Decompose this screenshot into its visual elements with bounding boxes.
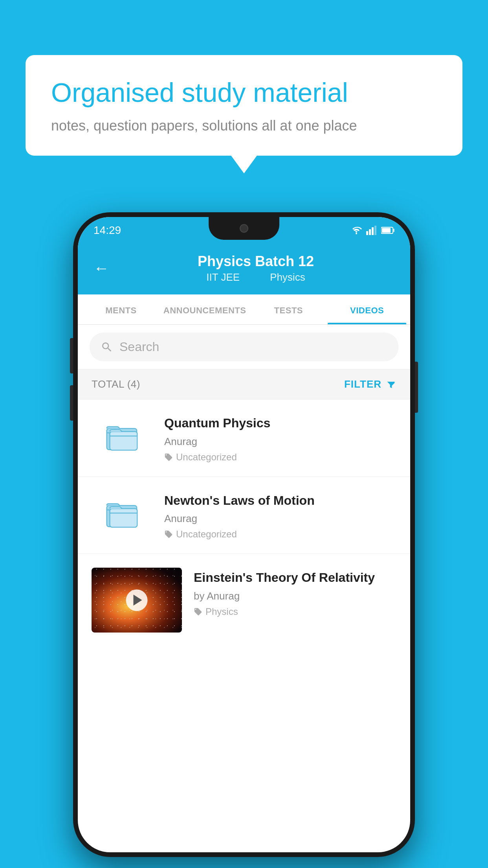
speech-bubble: Organised study material notes, question… — [26, 55, 462, 156]
hero-subtitle: notes, question papers, solutions all at… — [51, 118, 437, 134]
tab-ments-label: MENTS — [105, 305, 137, 315]
svg-rect-2 — [372, 227, 374, 235]
search-input-wrapper[interactable]: Search — [90, 333, 398, 361]
app-bar-subtitle-separator — [252, 271, 257, 283]
video-item-newtons-laws[interactable]: Newton's Laws of Motion Anurag Uncategor… — [78, 477, 410, 554]
newtons-laws-info: Newton's Laws of Motion Anurag Uncategor… — [164, 491, 396, 540]
video-item-einstein[interactable]: Einstein's Theory Of Relativity by Anura… — [78, 554, 410, 640]
speech-bubble-container: Organised study material notes, question… — [26, 55, 462, 156]
back-button[interactable]: ← — [94, 259, 109, 277]
filter-label: FILTER — [344, 378, 382, 390]
tag-icon-2 — [164, 530, 173, 539]
search-container: Search — [78, 325, 410, 370]
hero-title: Organised study material — [51, 77, 437, 109]
status-bar: 14:29 — [78, 217, 410, 244]
svg-rect-8 — [110, 431, 137, 450]
tab-announcements[interactable]: ANNOUNCEMENTS — [160, 294, 250, 324]
app-bar-title: Physics Batch 12 — [117, 253, 394, 270]
phone-screen: 14:29 — [78, 217, 410, 852]
svg-rect-10 — [110, 509, 137, 527]
signal-icon — [366, 226, 377, 235]
einstein-info: Einstein's Theory Of Relativity by Anura… — [194, 568, 396, 617]
folder-icon-1 — [105, 420, 140, 452]
newtons-laws-title: Newton's Laws of Motion — [164, 493, 396, 509]
app-bar: ← Physics Batch 12 IIT JEE Physics — [78, 244, 410, 294]
search-placeholder[interactable]: Search — [119, 340, 159, 354]
battery-icon — [381, 226, 394, 234]
tag-icon-3 — [194, 607, 202, 616]
phone: 14:29 — [73, 212, 415, 857]
quantum-physics-title: Quantum Physics — [164, 415, 396, 432]
quantum-physics-info: Quantum Physics Anurag Uncategorized — [164, 413, 396, 463]
power-button — [415, 362, 418, 413]
tab-bar: MENTS ANNOUNCEMENTS TESTS VIDEOS — [78, 294, 410, 325]
filter-button[interactable]: FILTER — [344, 378, 396, 390]
newtons-laws-tag: Uncategorized — [164, 529, 396, 540]
app-bar-subtitle: IIT JEE Physics — [117, 271, 394, 283]
svg-rect-5 — [382, 228, 391, 233]
svg-rect-0 — [366, 231, 368, 235]
total-label: TOTAL (4) — [92, 378, 140, 390]
einstein-title: Einstein's Theory Of Relativity — [194, 570, 396, 586]
phone-notch — [209, 217, 279, 240]
quantum-physics-tag: Uncategorized — [164, 452, 396, 463]
svg-rect-1 — [369, 229, 371, 235]
tab-videos-label: VIDEOS — [350, 305, 384, 315]
filter-icon — [385, 379, 396, 390]
volume-down-button — [70, 385, 73, 421]
quantum-physics-thumbnail — [92, 413, 152, 458]
app-bar-subtitle-part1: IIT JEE — [206, 271, 240, 283]
play-triangle-icon — [133, 595, 142, 606]
filter-row: TOTAL (4) FILTER — [78, 370, 410, 399]
tab-tests[interactable]: TESTS — [249, 294, 328, 324]
tab-ments[interactable]: MENTS — [82, 294, 160, 324]
phone-body: 14:29 — [73, 212, 415, 857]
folder-icon-2 — [105, 497, 140, 529]
wifi-icon — [350, 226, 362, 235]
status-time: 14:29 — [94, 224, 121, 237]
tab-announcements-label: ANNOUNCEMENTS — [163, 305, 246, 315]
newtons-laws-tag-label: Uncategorized — [176, 529, 237, 540]
play-button[interactable] — [126, 589, 148, 611]
einstein-tag-label: Physics — [205, 606, 238, 617]
einstein-thumbnail — [92, 568, 182, 633]
quantum-physics-author: Anurag — [164, 436, 396, 448]
quantum-physics-tag-label: Uncategorized — [176, 452, 237, 463]
newtons-laws-thumbnail — [92, 491, 152, 536]
svg-rect-6 — [393, 229, 394, 232]
tab-tests-label: TESTS — [274, 305, 303, 315]
search-icon — [101, 341, 113, 353]
front-camera — [240, 224, 248, 233]
tag-icon-1 — [164, 453, 173, 462]
app-bar-title-section: Physics Batch 12 IIT JEE Physics — [117, 253, 394, 283]
video-item-quantum-physics[interactable]: Quantum Physics Anurag Uncategorized — [78, 399, 410, 477]
video-list: Quantum Physics Anurag Uncategorized — [78, 399, 410, 640]
newtons-laws-author: Anurag — [164, 513, 396, 525]
svg-rect-3 — [374, 226, 376, 235]
einstein-tag: Physics — [194, 606, 396, 617]
status-icons — [350, 226, 394, 235]
einstein-author: by Anurag — [194, 590, 396, 602]
app-bar-subtitle-part2: Physics — [270, 271, 305, 283]
tab-videos[interactable]: VIDEOS — [328, 294, 406, 324]
volume-up-button — [70, 338, 73, 373]
